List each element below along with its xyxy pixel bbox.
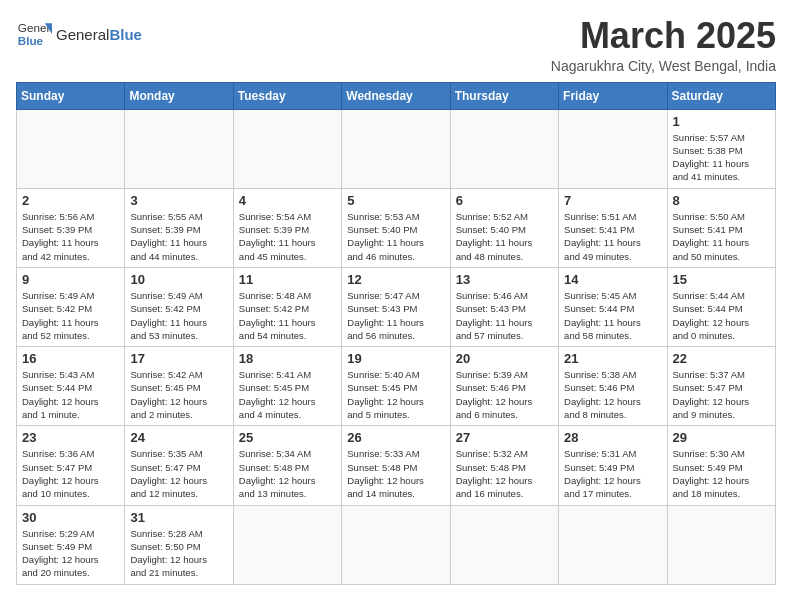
calendar-cell: 12Sunrise: 5:47 AM Sunset: 5:43 PM Dayli… bbox=[342, 267, 450, 346]
day-number: 29 bbox=[673, 430, 770, 445]
weekday-header-thursday: Thursday bbox=[450, 82, 558, 109]
day-number: 23 bbox=[22, 430, 119, 445]
day-info: Sunrise: 5:28 AM Sunset: 5:50 PM Dayligh… bbox=[130, 527, 227, 580]
calendar-cell: 19Sunrise: 5:40 AM Sunset: 5:45 PM Dayli… bbox=[342, 347, 450, 426]
day-number: 25 bbox=[239, 430, 336, 445]
calendar-cell: 4Sunrise: 5:54 AM Sunset: 5:39 PM Daylig… bbox=[233, 188, 341, 267]
calendar-cell: 5Sunrise: 5:53 AM Sunset: 5:40 PM Daylig… bbox=[342, 188, 450, 267]
day-info: Sunrise: 5:34 AM Sunset: 5:48 PM Dayligh… bbox=[239, 447, 336, 500]
day-number: 15 bbox=[673, 272, 770, 287]
day-info: Sunrise: 5:56 AM Sunset: 5:39 PM Dayligh… bbox=[22, 210, 119, 263]
calendar-cell: 15Sunrise: 5:44 AM Sunset: 5:44 PM Dayli… bbox=[667, 267, 775, 346]
calendar-cell bbox=[17, 109, 125, 188]
calendar-cell: 28Sunrise: 5:31 AM Sunset: 5:49 PM Dayli… bbox=[559, 426, 667, 505]
day-number: 11 bbox=[239, 272, 336, 287]
calendar-cell bbox=[559, 505, 667, 584]
calendar-body: 1Sunrise: 5:57 AM Sunset: 5:38 PM Daylig… bbox=[17, 109, 776, 584]
day-number: 28 bbox=[564, 430, 661, 445]
calendar-subtitle: Nagarukhra City, West Bengal, India bbox=[551, 58, 776, 74]
day-number: 10 bbox=[130, 272, 227, 287]
day-info: Sunrise: 5:38 AM Sunset: 5:46 PM Dayligh… bbox=[564, 368, 661, 421]
day-number: 14 bbox=[564, 272, 661, 287]
day-number: 17 bbox=[130, 351, 227, 366]
day-info: Sunrise: 5:32 AM Sunset: 5:48 PM Dayligh… bbox=[456, 447, 553, 500]
calendar-cell bbox=[233, 109, 341, 188]
day-number: 27 bbox=[456, 430, 553, 445]
calendar-cell bbox=[450, 505, 558, 584]
calendar-cell: 20Sunrise: 5:39 AM Sunset: 5:46 PM Dayli… bbox=[450, 347, 558, 426]
calendar-cell: 3Sunrise: 5:55 AM Sunset: 5:39 PM Daylig… bbox=[125, 188, 233, 267]
calendar-cell bbox=[450, 109, 558, 188]
calendar-cell: 22Sunrise: 5:37 AM Sunset: 5:47 PM Dayli… bbox=[667, 347, 775, 426]
day-info: Sunrise: 5:40 AM Sunset: 5:45 PM Dayligh… bbox=[347, 368, 444, 421]
header: General Blue GeneralBlue March 2025 Naga… bbox=[16, 16, 776, 74]
calendar-cell: 2Sunrise: 5:56 AM Sunset: 5:39 PM Daylig… bbox=[17, 188, 125, 267]
calendar-cell: 27Sunrise: 5:32 AM Sunset: 5:48 PM Dayli… bbox=[450, 426, 558, 505]
day-info: Sunrise: 5:36 AM Sunset: 5:47 PM Dayligh… bbox=[22, 447, 119, 500]
day-info: Sunrise: 5:51 AM Sunset: 5:41 PM Dayligh… bbox=[564, 210, 661, 263]
calendar-cell bbox=[125, 109, 233, 188]
weekday-header-monday: Monday bbox=[125, 82, 233, 109]
day-info: Sunrise: 5:41 AM Sunset: 5:45 PM Dayligh… bbox=[239, 368, 336, 421]
day-number: 21 bbox=[564, 351, 661, 366]
generalblue-icon: General Blue bbox=[16, 16, 52, 52]
day-info: Sunrise: 5:35 AM Sunset: 5:47 PM Dayligh… bbox=[130, 447, 227, 500]
calendar-cell: 7Sunrise: 5:51 AM Sunset: 5:41 PM Daylig… bbox=[559, 188, 667, 267]
day-info: Sunrise: 5:33 AM Sunset: 5:48 PM Dayligh… bbox=[347, 447, 444, 500]
calendar-cell: 8Sunrise: 5:50 AM Sunset: 5:41 PM Daylig… bbox=[667, 188, 775, 267]
calendar-cell: 25Sunrise: 5:34 AM Sunset: 5:48 PM Dayli… bbox=[233, 426, 341, 505]
calendar-week-3: 16Sunrise: 5:43 AM Sunset: 5:44 PM Dayli… bbox=[17, 347, 776, 426]
calendar-cell bbox=[233, 505, 341, 584]
day-info: Sunrise: 5:42 AM Sunset: 5:45 PM Dayligh… bbox=[130, 368, 227, 421]
weekday-header-sunday: Sunday bbox=[17, 82, 125, 109]
day-info: Sunrise: 5:29 AM Sunset: 5:49 PM Dayligh… bbox=[22, 527, 119, 580]
calendar-cell: 10Sunrise: 5:49 AM Sunset: 5:42 PM Dayli… bbox=[125, 267, 233, 346]
day-number: 6 bbox=[456, 193, 553, 208]
calendar-cell bbox=[559, 109, 667, 188]
day-info: Sunrise: 5:39 AM Sunset: 5:46 PM Dayligh… bbox=[456, 368, 553, 421]
day-info: Sunrise: 5:54 AM Sunset: 5:39 PM Dayligh… bbox=[239, 210, 336, 263]
day-number: 7 bbox=[564, 193, 661, 208]
day-info: Sunrise: 5:50 AM Sunset: 5:41 PM Dayligh… bbox=[673, 210, 770, 263]
calendar-cell: 9Sunrise: 5:49 AM Sunset: 5:42 PM Daylig… bbox=[17, 267, 125, 346]
calendar-cell: 11Sunrise: 5:48 AM Sunset: 5:42 PM Dayli… bbox=[233, 267, 341, 346]
day-info: Sunrise: 5:47 AM Sunset: 5:43 PM Dayligh… bbox=[347, 289, 444, 342]
day-info: Sunrise: 5:49 AM Sunset: 5:42 PM Dayligh… bbox=[130, 289, 227, 342]
calendar-cell: 6Sunrise: 5:52 AM Sunset: 5:40 PM Daylig… bbox=[450, 188, 558, 267]
calendar-cell bbox=[667, 505, 775, 584]
svg-text:General: General bbox=[18, 21, 52, 34]
day-number: 5 bbox=[347, 193, 444, 208]
day-number: 18 bbox=[239, 351, 336, 366]
day-number: 1 bbox=[673, 114, 770, 129]
day-info: Sunrise: 5:52 AM Sunset: 5:40 PM Dayligh… bbox=[456, 210, 553, 263]
calendar-cell bbox=[342, 109, 450, 188]
day-number: 19 bbox=[347, 351, 444, 366]
calendar-cell: 13Sunrise: 5:46 AM Sunset: 5:43 PM Dayli… bbox=[450, 267, 558, 346]
weekday-header-tuesday: Tuesday bbox=[233, 82, 341, 109]
logo-text: GeneralBlue bbox=[56, 26, 142, 43]
day-info: Sunrise: 5:46 AM Sunset: 5:43 PM Dayligh… bbox=[456, 289, 553, 342]
weekday-header-saturday: Saturday bbox=[667, 82, 775, 109]
day-number: 24 bbox=[130, 430, 227, 445]
day-info: Sunrise: 5:57 AM Sunset: 5:38 PM Dayligh… bbox=[673, 131, 770, 184]
calendar-cell: 16Sunrise: 5:43 AM Sunset: 5:44 PM Dayli… bbox=[17, 347, 125, 426]
day-number: 8 bbox=[673, 193, 770, 208]
calendar-cell: 23Sunrise: 5:36 AM Sunset: 5:47 PM Dayli… bbox=[17, 426, 125, 505]
calendar-week-4: 23Sunrise: 5:36 AM Sunset: 5:47 PM Dayli… bbox=[17, 426, 776, 505]
logo: General Blue GeneralBlue bbox=[16, 16, 142, 52]
day-info: Sunrise: 5:31 AM Sunset: 5:49 PM Dayligh… bbox=[564, 447, 661, 500]
day-info: Sunrise: 5:49 AM Sunset: 5:42 PM Dayligh… bbox=[22, 289, 119, 342]
day-number: 12 bbox=[347, 272, 444, 287]
day-number: 13 bbox=[456, 272, 553, 287]
calendar-cell: 17Sunrise: 5:42 AM Sunset: 5:45 PM Dayli… bbox=[125, 347, 233, 426]
title-block: March 2025 Nagarukhra City, West Bengal,… bbox=[551, 16, 776, 74]
weekday-row: SundayMondayTuesdayWednesdayThursdayFrid… bbox=[17, 82, 776, 109]
day-number: 20 bbox=[456, 351, 553, 366]
day-info: Sunrise: 5:43 AM Sunset: 5:44 PM Dayligh… bbox=[22, 368, 119, 421]
day-info: Sunrise: 5:53 AM Sunset: 5:40 PM Dayligh… bbox=[347, 210, 444, 263]
calendar-cell bbox=[342, 505, 450, 584]
day-info: Sunrise: 5:48 AM Sunset: 5:42 PM Dayligh… bbox=[239, 289, 336, 342]
day-info: Sunrise: 5:45 AM Sunset: 5:44 PM Dayligh… bbox=[564, 289, 661, 342]
weekday-header-wednesday: Wednesday bbox=[342, 82, 450, 109]
calendar-table: SundayMondayTuesdayWednesdayThursdayFrid… bbox=[16, 82, 776, 585]
